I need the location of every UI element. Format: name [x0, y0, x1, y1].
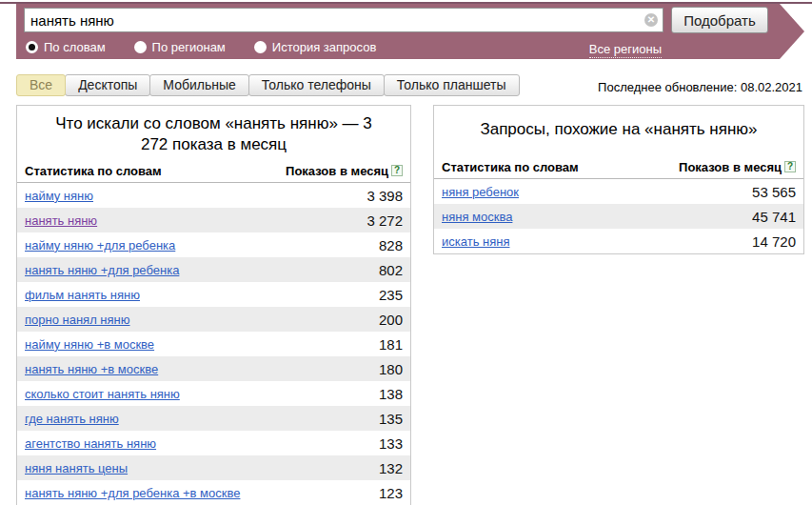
shows-value: 45 741 [752, 209, 796, 225]
table-row: найму няню3 398 [17, 183, 410, 208]
query-link[interactable]: найму няню +для ребенка [25, 238, 175, 252]
table-row: найму няню +в москве181 [17, 332, 410, 356]
similar-table-header: Статистика по словам Показов в месяц? [434, 155, 803, 179]
shows-value: 53 565 [752, 184, 796, 200]
table-row: нанять няню +в москве180 [17, 356, 410, 381]
device-tabs: ВсеДесктопыМобильныеТолько телефоныТольк… [16, 74, 519, 96]
tab-mobile[interactable]: Мобильные [149, 74, 249, 96]
similar-queries-panel: Запросы, похожие на «нанять няню» Статис… [433, 105, 804, 254]
radio-label: По регионам [152, 40, 226, 54]
table-row: няня москва45 741 [434, 204, 803, 229]
shows-value: 138 [379, 386, 403, 402]
table-row: нанять няню +для ребенка802 [17, 257, 410, 282]
table-row: агентство нанять няню133 [17, 431, 410, 455]
search-mode-radio-group: По словамПо регионамИстория запросов [26, 40, 376, 54]
query-link[interactable]: агентство нанять няню [25, 436, 156, 451]
radio-icon [254, 41, 267, 53]
similar-panel-title: Запросы, похожие на «нанять няню» [444, 119, 794, 140]
query-link[interactable]: сколько стоит нанять няню [25, 387, 180, 401]
query-link[interactable]: нанять няню +для ребенка [25, 263, 179, 277]
column-shows-header: Показов в месяц? [286, 164, 403, 178]
table-row: нанять няню +для ребенка +в москве123 [17, 480, 410, 505]
shows-value: 3 272 [366, 212, 403, 229]
radio-by-words[interactable]: По словам [26, 40, 106, 54]
table-row: няня ребенок53 565 [434, 179, 803, 204]
query-link[interactable]: искать няня [442, 234, 509, 249]
radio-label: По словам [44, 40, 106, 54]
shows-value: 180 [379, 361, 403, 377]
all-regions-link[interactable]: Все регионы [589, 42, 662, 58]
shows-value: 123 [379, 485, 403, 501]
tab-all[interactable]: Все [16, 74, 66, 96]
table-row: где нанять няню135 [17, 406, 410, 431]
query-link[interactable]: фильм нанять няню [25, 288, 140, 302]
shows-value: 132 [379, 460, 403, 476]
query-link[interactable]: нанять няню [25, 213, 97, 228]
top-accent-line [0, 2, 812, 4]
tab-desktops[interactable]: Десктопы [65, 74, 150, 96]
search-bar: ✕ Подобрать По словамПо регионамИстория … [16, 4, 804, 59]
table-row: порно нанял няню200 [17, 307, 410, 332]
table-row: нанять няню3 272 [17, 208, 410, 232]
shows-value: 200 [379, 312, 403, 328]
shows-value: 135 [379, 411, 403, 427]
words-table-body: найму няню3 398нанять няню3 272найму нян… [17, 183, 410, 505]
radio-icon [134, 41, 147, 53]
table-row: сколько стоит нанять няню138 [17, 381, 410, 406]
query-link[interactable]: няня нанять цены [25, 461, 128, 475]
radio-by-regions[interactable]: По регионам [134, 40, 226, 54]
tab-tablets-only[interactable]: Только планшеты [384, 74, 520, 96]
words-stats-panel: Что искали со словом «нанять няню» — 3 2… [16, 105, 411, 505]
radio-icon [26, 41, 38, 53]
help-icon[interactable]: ? [784, 161, 796, 172]
submit-button[interactable]: Подобрать [671, 7, 768, 33]
shows-value: 133 [379, 435, 403, 452]
shows-value: 181 [379, 336, 403, 353]
words-panel-title: Что искали со словом «нанять няню» — 3 2… [44, 113, 384, 155]
column-words-header: Статистика по словам [25, 164, 162, 178]
shows-value: 14 720 [752, 233, 796, 250]
shows-value: 802 [379, 262, 403, 278]
search-input-wrap: ✕ [24, 8, 663, 32]
table-row: найму няню +для ребенка828 [17, 232, 410, 257]
similar-table-body: няня ребенок53 565няня москва45 741искат… [434, 179, 803, 253]
query-link[interactable]: порно нанял няню [25, 313, 130, 327]
query-link[interactable]: найму няню [25, 189, 93, 203]
radio-label: История запросов [272, 40, 377, 54]
shows-value: 235 [379, 287, 403, 303]
query-link[interactable]: нанять няню +для ребенка +в москве [25, 486, 240, 500]
help-icon[interactable]: ? [391, 165, 403, 176]
radio-history[interactable]: История запросов [254, 40, 377, 54]
query-link[interactable]: найму няню +в москве [25, 337, 154, 352]
table-row: искать няня14 720 [434, 229, 803, 253]
table-row: фильм нанять няню235 [17, 282, 410, 307]
shows-value: 3 398 [366, 188, 403, 204]
column-shows-header: Показов в месяц? [679, 160, 796, 174]
words-table-header: Статистика по словам Показов в месяц? [17, 159, 410, 183]
query-link[interactable]: где нанять няню [25, 412, 119, 426]
query-link[interactable]: няня москва [442, 210, 512, 224]
shows-value: 828 [379, 237, 403, 253]
last-update-text: Последнее обновление: 08.02.2021 [598, 80, 802, 94]
search-input[interactable] [24, 8, 663, 32]
clear-search-icon[interactable]: ✕ [644, 13, 658, 27]
query-link[interactable]: няня ребенок [442, 185, 519, 199]
table-row: няня нанять цены132 [17, 455, 410, 480]
tab-phones-only[interactable]: Только телефоны [248, 74, 385, 96]
query-link[interactable]: нанять няню +в москве [25, 362, 158, 376]
column-words-header: Статистика по словам [442, 160, 579, 174]
